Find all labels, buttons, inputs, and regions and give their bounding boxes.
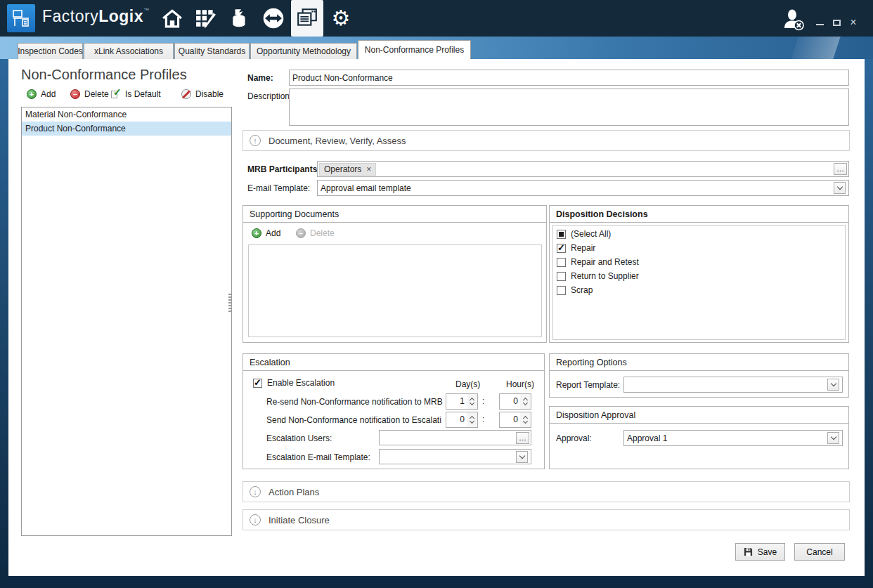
reporting-options-group: Reporting Options Report Template: (549, 353, 849, 398)
disposition-decisions-title: Disposition Decisions (550, 206, 848, 223)
approval-combobox[interactable]: Approval 1 (623, 430, 843, 446)
checkbox[interactable] (557, 258, 566, 267)
chevron-down-icon (830, 381, 836, 386)
production-edit-icon[interactable] (190, 0, 222, 37)
maximize-button[interactable] (830, 17, 843, 28)
content-area: Non-Conformance Profiles + Add – Delete … (8, 59, 865, 576)
sidebar-title: Non-Conformance Profiles (21, 67, 187, 83)
email-template-label: E-mail Template: (247, 183, 310, 193)
spinner-up-down-icon[interactable] (520, 394, 531, 409)
disposition-decisions-group: Disposition Decisions (Select All) Repai… (549, 205, 849, 343)
list-item[interactable]: Material Non-Conformance (22, 107, 231, 122)
materials-icon[interactable] (224, 0, 256, 37)
tabstrip-highlight (789, 37, 842, 59)
dropdown-button[interactable] (516, 451, 528, 463)
description-textarea[interactable] (289, 89, 849, 126)
sidebar-delete-button[interactable]: – Delete (70, 89, 109, 99)
chevron-down-icon (830, 434, 836, 440)
reporting-options-title: Reporting Options (550, 354, 848, 371)
dropdown-button[interactable] (827, 432, 839, 444)
hours-column-header: Hour(s) (506, 379, 534, 389)
checkbox[interactable] (253, 379, 262, 388)
save-floppy-icon (744, 547, 753, 556)
tab-inspection-codes[interactable]: Inspection Codes (18, 43, 83, 59)
participant-chip[interactable]: Operators × (319, 163, 376, 176)
close-button[interactable]: × (847, 17, 860, 28)
escalation-title: Escalation (243, 354, 544, 371)
cancel-button[interactable]: Cancel (794, 543, 845, 561)
workstation-icon (11, 8, 31, 28)
mrb-browse-button[interactable]: … (834, 163, 847, 175)
minimize-button[interactable] (813, 17, 826, 28)
add-icon: + (252, 228, 261, 238)
tab-opportunity-methodology[interactable]: Opportunity Methodology (250, 43, 357, 59)
name-input[interactable]: Product Non-Conformance (289, 70, 849, 86)
documents-add-button[interactable]: + Add (252, 228, 280, 238)
save-button[interactable]: Save (735, 543, 785, 561)
checkbox[interactable] (557, 286, 566, 295)
checkbox[interactable] (557, 272, 566, 281)
tab-quality-standards[interactable]: Quality Standards (174, 43, 250, 59)
report-template-combobox[interactable] (623, 377, 843, 393)
option-repair[interactable]: Repair (557, 243, 595, 253)
factorylogix-logo (7, 4, 35, 32)
option-scrap[interactable]: Scrap (557, 285, 593, 295)
documents-delete-button[interactable]: – Delete (296, 228, 335, 238)
transfer-icon[interactable] (257, 0, 290, 37)
list-item-selected[interactable]: Product Non-Conformance (22, 122, 231, 136)
send-days-spinner[interactable]: 0 (446, 412, 478, 428)
expander-document-review[interactable]: ↑ Document, Review, Verify, Assess (242, 130, 850, 151)
sidebar-disable-button[interactable]: Disable (181, 89, 224, 99)
users-browse-button[interactable]: … (516, 432, 529, 444)
spinner-up-down-icon[interactable] (467, 394, 477, 409)
expander-action-plans[interactable]: ↓ Action Plans (242, 481, 850, 502)
mrb-participants-label: MRB Participants: (247, 164, 320, 174)
delete-icon: – (296, 228, 306, 238)
documents-icon[interactable] (291, 0, 323, 37)
sidebar-is-default-button[interactable]: ✓ Is Default (111, 89, 161, 99)
is-default-icon: ✓ (111, 89, 121, 99)
send-hours-spinner[interactable]: 0 (499, 412, 531, 428)
name-label: Name: (247, 73, 273, 83)
title-bar: FactoryLogix™ (0, 0, 873, 37)
spinner-up-down-icon[interactable] (520, 412, 531, 427)
checkbox[interactable] (557, 230, 566, 239)
option-return-to-supplier[interactable]: Return to Supplier (557, 271, 639, 281)
profiles-list: Material Non-Conformance Product Non-Con… (21, 107, 232, 536)
escalation-users-input[interactable]: … (379, 430, 531, 445)
report-template-label: Report Template: (556, 380, 620, 390)
resend-mrb-label: Re-send Non-Conformance notification to … (266, 397, 444, 407)
tab-non-conformance-profiles[interactable]: Non-Conformance Profiles (358, 40, 471, 59)
option-select-all[interactable]: (Select All) (557, 229, 611, 239)
escalation-group: Escalation Enable Escalation Day(s) Hour… (242, 353, 545, 469)
tab-xlink-associations[interactable]: xLink Associations (84, 43, 174, 59)
resend-hours-spinner[interactable]: 0 (499, 393, 531, 410)
documents-list[interactable] (248, 244, 542, 337)
splitter-grip[interactable] (228, 294, 231, 312)
spinner-up-down-icon[interactable] (467, 412, 477, 427)
expander-initiate-closure[interactable]: ↓ Initiate Closure (242, 509, 850, 530)
time-colon: : (482, 396, 484, 406)
supporting-documents-title: Supporting Documents (243, 206, 546, 223)
dropdown-button[interactable] (834, 182, 846, 194)
description-label: Description: (247, 91, 292, 101)
escalation-email-combobox[interactable] (379, 449, 531, 464)
send-escalation-label: Send Non-Conformance notification to Esc… (266, 415, 444, 425)
dropdown-button[interactable] (827, 379, 839, 391)
time-colon: : (482, 414, 484, 424)
chip-remove-icon[interactable]: × (366, 164, 371, 174)
sidebar-add-button[interactable]: + Add (27, 89, 56, 99)
mrb-participants-field[interactable]: Operators × … (317, 161, 849, 177)
supporting-documents-group: Supporting Documents + Add – Delete (242, 205, 547, 343)
option-repair-and-retest[interactable]: Repair and Retest (557, 257, 639, 267)
home-icon[interactable] (156, 0, 188, 37)
user-logout-icon[interactable] (782, 8, 806, 34)
chevron-down-icon (519, 452, 524, 458)
checkbox[interactable] (557, 244, 566, 253)
email-template-combobox[interactable]: Approval email template (317, 180, 849, 196)
days-column-header: Day(s) (455, 379, 480, 389)
settings-gear-icon[interactable]: ⚙ (325, 0, 357, 37)
disable-icon (181, 89, 191, 99)
enable-escalation-checkbox[interactable]: Enable Escalation (253, 378, 335, 388)
resend-days-spinner[interactable]: 1 (446, 393, 478, 410)
